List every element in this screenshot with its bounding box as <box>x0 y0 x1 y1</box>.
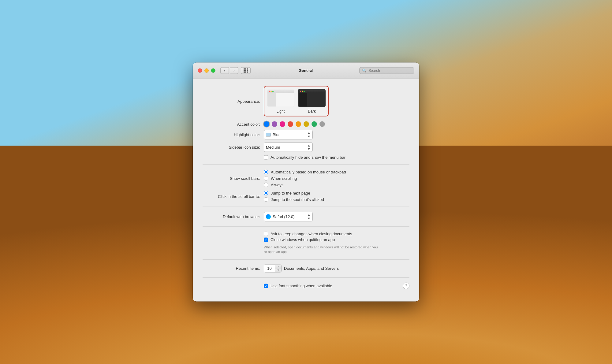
recent-items-suffix: Documents, Apps, and Servers <box>284 266 339 271</box>
accent-pink[interactable] <box>280 121 285 127</box>
grid-view-button[interactable] <box>241 67 251 74</box>
click-spot-option[interactable]: Jump to the spot that's clicked <box>264 197 324 202</box>
help-icon: ? <box>405 284 407 288</box>
font-smoothing-item[interactable]: Use font smoothing when available <box>264 284 332 288</box>
zoom-button[interactable] <box>211 68 215 72</box>
browser-row: Default web browser: Safari (12.0) ▲▼ <box>203 212 409 221</box>
sidebar-size-arrow-icon: ▲▼ <box>307 144 311 151</box>
accent-blue[interactable] <box>264 121 269 127</box>
menu-bar-row: Automatically hide and show the menu bar <box>203 155 409 160</box>
menu-bar-checkbox-item[interactable]: Automatically hide and show the menu bar <box>264 155 345 160</box>
highlight-color-swatch <box>266 133 271 136</box>
scroll-auto-radio[interactable] <box>264 170 268 174</box>
appearance-options: Light Dark <box>264 86 329 117</box>
dropdown-arrow-icon: ▲▼ <box>307 131 311 138</box>
browser-label: Default web browser: <box>203 214 264 219</box>
titlebar: ‹ › General 🔍 <box>193 63 419 79</box>
stepper-buttons: ▲ ▼ <box>275 265 281 272</box>
ask-changes-row: Ask to keep changes when closing documen… <box>203 232 409 242</box>
sidebar-icon-size-dropdown[interactable]: Medium ▲▼ <box>264 143 313 152</box>
appearance-light-label: Light <box>277 109 285 113</box>
stepper-down-button[interactable]: ▼ <box>275 268 281 272</box>
menu-bar-checkbox-label: Automatically hide and show the menu bar <box>271 155 345 160</box>
minimize-button[interactable] <box>204 68 209 72</box>
recent-items-stepper[interactable]: 10 ▲ ▼ <box>264 264 282 272</box>
accent-color-label: Accent color: <box>203 122 264 126</box>
scroll-scrolling-label: When scrolling <box>271 176 297 181</box>
forward-icon: › <box>233 68 235 72</box>
click-spot-radio[interactable] <box>264 197 268 202</box>
ask-changes-checkbox[interactable] <box>264 232 268 236</box>
browser-dropdown[interactable]: Safari (12.0) ▲▼ <box>264 212 313 221</box>
preferences-content: Appearance: Light <box>193 79 419 302</box>
click-scroll-row: Click in the scroll bar to: Jump to the … <box>203 191 409 202</box>
scroll-auto-option[interactable]: Automatically based on mouse or trackpad <box>264 170 346 174</box>
font-smoothing-label: Use font smoothing when available <box>271 284 332 288</box>
accent-color-row: Accent color: <box>203 121 409 127</box>
divider-1 <box>203 165 409 165</box>
stepper-up-button[interactable]: ▲ <box>275 265 281 268</box>
divider-3 <box>203 226 409 227</box>
accent-colors <box>264 121 325 127</box>
nav-buttons: ‹ › <box>220 67 238 74</box>
scroll-bars-label: Show scroll bars: <box>203 176 264 181</box>
click-next-page-option[interactable]: Jump to the next page <box>264 191 324 195</box>
back-icon: ‹ <box>224 68 225 72</box>
accent-yellow[interactable] <box>304 121 309 127</box>
scroll-always-option[interactable]: Always <box>264 183 346 187</box>
sidebar-icon-size-value: Medium <box>266 145 280 150</box>
scroll-bars-row: Show scroll bars: Automatically based on… <box>203 170 409 187</box>
highlight-color-row: Highlight color: Blue ▲▼ <box>203 130 409 139</box>
appearance-light-thumbnail <box>267 89 294 107</box>
appearance-dark-thumbnail <box>298 89 326 107</box>
grid-icon <box>244 68 248 72</box>
accent-orange[interactable] <box>296 121 301 127</box>
click-scroll-options: Jump to the next page Jump to the spot t… <box>264 191 324 202</box>
close-windows-checkbox[interactable] <box>264 237 268 242</box>
document-checkboxes: Ask to keep changes when closing documen… <box>264 232 352 242</box>
ask-changes-item[interactable]: Ask to keep changes when closing documen… <box>264 232 352 236</box>
font-smoothing-checkbox[interactable] <box>264 284 268 288</box>
click-next-page-label: Jump to the next page <box>271 191 310 195</box>
menu-bar-checkbox[interactable] <box>264 155 268 159</box>
click-scroll-label: Click in the scroll bar to: <box>203 194 264 199</box>
appearance-dark-option[interactable]: Dark <box>298 89 326 113</box>
font-smoothing-row: Use font smoothing when available ? <box>203 282 409 294</box>
preferences-window: ‹ › General 🔍 Appearance: <box>193 63 419 302</box>
safari-icon <box>266 214 271 219</box>
scroll-bars-options: Automatically based on mouse or trackpad… <box>264 170 346 187</box>
recent-items-label: Recent items: <box>203 266 264 271</box>
scroll-scrolling-option[interactable]: When scrolling <box>264 176 346 181</box>
forward-button[interactable]: › <box>230 67 238 74</box>
sidebar-icon-size-row: Sidebar icon size: Medium ▲▼ <box>203 143 409 152</box>
scroll-auto-label: Automatically based on mouse or trackpad <box>271 170 346 174</box>
appearance-section: Appearance: Light <box>203 86 409 117</box>
search-box[interactable]: 🔍 <box>359 67 414 74</box>
close-button[interactable] <box>198 68 202 72</box>
ask-changes-label: Ask to keep changes when closing documen… <box>271 232 352 236</box>
highlight-color-dropdown[interactable]: Blue ▲▼ <box>264 130 313 139</box>
close-windows-label: Close windows when quitting an app <box>271 237 335 242</box>
help-button[interactable]: ? <box>403 282 409 289</box>
recent-items-row: Recent items: 10 ▲ ▼ Documents, Apps, an… <box>203 264 409 272</box>
click-next-page-radio[interactable] <box>264 191 268 195</box>
accent-graphite[interactable] <box>319 121 325 127</box>
close-windows-subtext: When selected, open documents and window… <box>264 245 380 254</box>
back-button[interactable]: ‹ <box>220 67 229 74</box>
appearance-dark-label: Dark <box>308 109 315 113</box>
search-input[interactable] <box>368 68 412 72</box>
browser-arrow-icon: ▲▼ <box>307 213 311 220</box>
accent-purple[interactable] <box>272 121 277 127</box>
accent-green[interactable] <box>312 121 317 127</box>
close-windows-item[interactable]: Close windows when quitting an app <box>264 237 352 242</box>
highlight-color-value: Blue <box>273 132 281 137</box>
scroll-scrolling-radio[interactable] <box>264 176 268 181</box>
scroll-always-radio[interactable] <box>264 183 268 187</box>
scroll-always-label: Always <box>271 183 283 187</box>
browser-value: Safari (12.0) <box>273 214 295 219</box>
appearance-light-option[interactable]: Light <box>267 89 294 113</box>
click-spot-label: Jump to the spot that's clicked <box>271 197 324 202</box>
divider-2 <box>203 207 409 207</box>
accent-red[interactable] <box>288 121 293 127</box>
window-title: General <box>299 68 313 73</box>
